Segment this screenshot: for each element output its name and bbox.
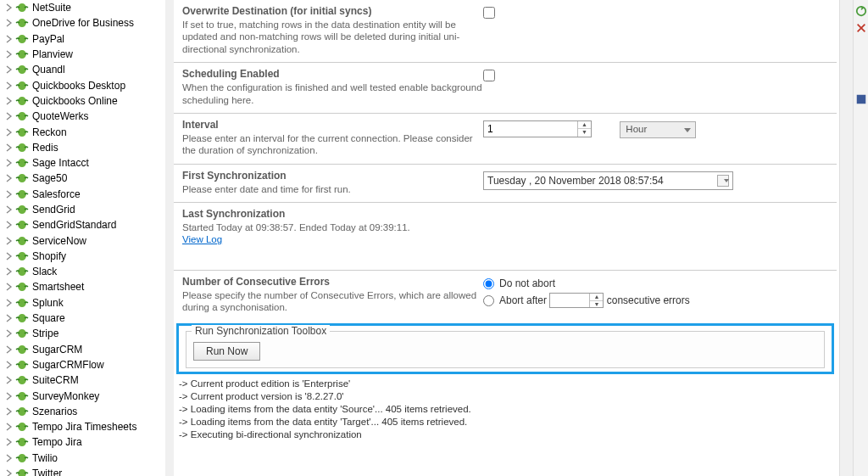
run-now-button[interactable]: Run Now (193, 342, 260, 361)
sidebar-item-label: SugarCRMFlow (32, 359, 104, 371)
interval-unit-combo[interactable]: Hour (620, 121, 696, 138)
setting-title: First Synchronization (182, 170, 483, 182)
sidebar-item[interactable]: Smartsheet (0, 279, 170, 294)
right-icon-strip (853, 0, 868, 476)
settings-panel: Overwrite Destination (for initial syncs… (174, 0, 843, 476)
sidebar-item-label: Square (32, 312, 65, 324)
sidebar-item[interactable]: SugarCRMFlow (0, 357, 170, 372)
sidebar-item-label: Quandl (32, 64, 65, 76)
close-icon[interactable] (855, 22, 867, 34)
sidebar-item-label: Planview (32, 48, 73, 60)
sidebar-item[interactable]: SuiteCRM (0, 372, 170, 388)
sidebar-item[interactable]: Szenarios (0, 404, 170, 419)
sidebar-item[interactable]: Square (0, 311, 170, 326)
sidebar-item[interactable]: SendGridStandard (0, 217, 170, 232)
scheduling-checkbox[interactable] (483, 70, 495, 81)
sidebar-item[interactable]: SendGrid (0, 202, 170, 217)
sidebar-item-label: Reckon (32, 126, 67, 138)
sidebar-item[interactable]: SurveyMonkey (0, 388, 170, 403)
sidebar-item-label: QuoteWerks (32, 110, 88, 122)
radio-abort-after[interactable] (483, 295, 494, 306)
spinner-down[interactable]: ▼ (578, 129, 591, 137)
sidebar-item-label: NetSuite (32, 2, 71, 14)
sidebar-item-label: Twitter (32, 468, 62, 476)
sidebar-item-label: Redis (32, 142, 58, 154)
setting-title: Overwrite Destination (for initial syncs… (182, 5, 483, 17)
setting-desc: Please enter an interval for the current… (182, 132, 483, 157)
radio-label-post: consecutive errors (607, 294, 690, 306)
sidebar-item[interactable]: Tempo Jira (0, 434, 170, 450)
sidebar-item[interactable]: Splunk (0, 295, 170, 311)
sidebar-scrollbar[interactable] (165, 0, 174, 476)
sidebar-item-label: Shopify (32, 250, 66, 262)
sidebar-item-label: SuiteCRM (32, 374, 79, 386)
refresh-icon[interactable] (855, 5, 867, 17)
sidebar-item[interactable]: Quandl (0, 62, 170, 77)
sidebar-item-label: Splunk (32, 297, 64, 309)
radio-do-not-abort[interactable] (483, 278, 494, 289)
sidebar-item[interactable]: Planview (0, 47, 170, 62)
sidebar-item[interactable]: Sage Intacct (0, 155, 170, 171)
spinner-up[interactable]: ▲ (578, 121, 591, 130)
sidebar-item[interactable]: Shopify (0, 249, 170, 264)
setting-desc: Please specify the number of Consecutive… (182, 289, 483, 314)
sidebar-item[interactable]: Twitter (0, 466, 170, 476)
sidebar-item[interactable]: NetSuite (0, 0, 170, 15)
sidebar-item-label: Tempo Jira Timesheets (32, 421, 136, 433)
sidebar-item-label: Szenarios (32, 406, 77, 417)
overwrite-checkbox[interactable] (483, 7, 495, 19)
sidebar-item[interactable]: SugarCRM (0, 342, 170, 357)
abort-count-input[interactable] (550, 294, 584, 307)
sidebar-item[interactable]: Tempo Jira Timesheets (0, 419, 170, 434)
first-sync-datetime[interactable]: Tuesday , 20 November 2018 08:57:54 (483, 171, 733, 190)
sidebar-item-label: PayPal (32, 33, 64, 45)
sidebar-item-label: Quickbooks Desktop (32, 80, 125, 92)
toolbox-legend: Run Synchronization Toolbox (192, 325, 330, 337)
setting-desc: Started Today at 09:38:57. Ended Today a… (182, 221, 483, 233)
sidebar-item-label: SugarCRM (32, 344, 82, 356)
sidebar-item[interactable]: Redis (0, 140, 170, 155)
sidebar-item-label: Salesforce (32, 188, 81, 200)
sync-log: -> Current product edition is 'Enterpris… (179, 378, 832, 441)
sidebar-item[interactable]: Reckon (0, 124, 170, 139)
sidebar-item[interactable]: ServiceNow (0, 232, 170, 248)
sidebar-item-label: Sage Intacct (32, 157, 89, 169)
sidebar-item[interactable]: Sage50 (0, 171, 170, 186)
sidebar-item-label: Tempo Jira (32, 436, 82, 448)
sidebar-item[interactable]: Slack (0, 264, 170, 279)
setting-title: Number of Consecutive Errors (182, 276, 483, 288)
setting-last-sync: Last Synchronization Started Today at 09… (174, 203, 837, 271)
interval-spinner[interactable]: ▲ ▼ (483, 120, 592, 137)
view-log-link[interactable]: View Log (182, 234, 222, 244)
datetime-value: Tuesday , 20 November 2018 08:57:54 (487, 175, 664, 187)
interval-input[interactable] (484, 121, 577, 137)
info-icon[interactable] (855, 93, 867, 105)
sidebar-item-label: Stripe (32, 328, 58, 339)
radio-label-pre: Abort after (499, 294, 547, 306)
sidebar-item[interactable]: Twilio (0, 451, 170, 466)
setting-scheduling: Scheduling Enabled When the configuratio… (174, 63, 837, 114)
setting-desc: If set to true, matching rows in the dat… (182, 19, 483, 55)
sidebar-item-label: OneDrive for Business (32, 17, 134, 29)
svg-rect-1 (856, 95, 865, 104)
sidebar-item[interactable]: Quickbooks Desktop (0, 77, 170, 92)
sidebar-item-label: ServiceNow (32, 235, 86, 247)
connector-tree: NetSuiteOneDrive for BusinessPayPalPlanv… (0, 0, 170, 476)
sidebar-item[interactable]: Stripe (0, 326, 170, 341)
svg-point-0 (856, 7, 865, 16)
sidebar-item-label: Quickbooks Online (32, 95, 118, 107)
sidebar-item-label: Sage50 (32, 172, 67, 184)
sidebar-item[interactable]: Salesforce (0, 187, 170, 202)
setting-title: Last Synchronization (182, 208, 483, 220)
sidebar-item[interactable]: QuoteWerks (0, 109, 170, 124)
abort-after-spinner[interactable]: ▲ ▼ (549, 293, 604, 308)
sidebar-item-label: SendGridStandard (32, 219, 116, 231)
radio-label: Do not abort (499, 277, 555, 289)
chevron-down-icon[interactable] (724, 179, 729, 182)
main-scrollbar[interactable] (839, 0, 853, 476)
spinner-down[interactable]: ▼ (590, 301, 603, 308)
sidebar-item[interactable]: OneDrive for Business (0, 15, 170, 31)
sidebar-item[interactable]: PayPal (0, 31, 170, 47)
sidebar-item[interactable]: Quickbooks Online (0, 93, 170, 109)
spinner-up[interactable]: ▲ (590, 294, 603, 301)
